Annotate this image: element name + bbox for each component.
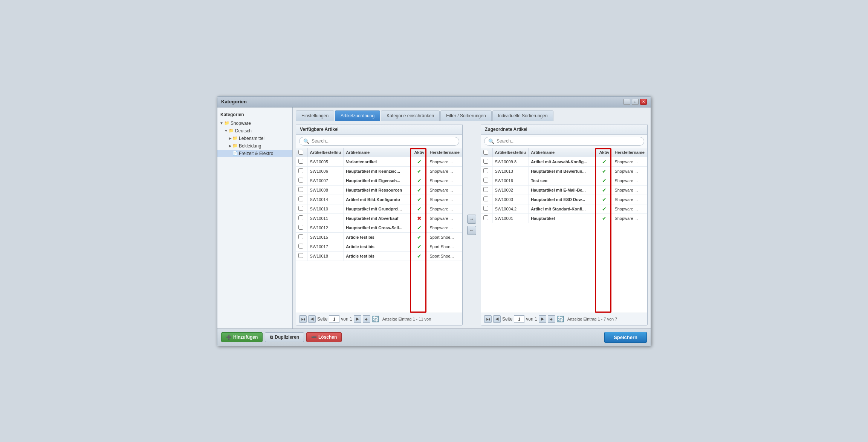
- row-checkbox[interactable]: [483, 206, 488, 211]
- row-checkbox[interactable]: [298, 187, 303, 192]
- table-row[interactable]: SW10007 Hauptartikel mit Eigensch... ✔ S…: [296, 176, 462, 185]
- duplicate-button[interactable]: ⧉ Duplizieren: [265, 332, 304, 342]
- name-cell: Variantenartikel: [344, 157, 411, 166]
- sidebar-item-shopware[interactable]: ▼ 📁 Shopware: [217, 120, 292, 127]
- tab-einstellungen[interactable]: Einstellungen: [296, 110, 334, 121]
- row-checkbox[interactable]: [298, 159, 303, 164]
- row-checkbox[interactable]: [483, 196, 488, 201]
- save-button[interactable]: Speichern: [604, 332, 647, 343]
- minimize-button[interactable]: —: [623, 99, 630, 105]
- sidebar-item-label: Bekleidung: [239, 143, 261, 149]
- check-icon: ✔: [417, 196, 422, 203]
- next-page-btn-right[interactable]: ▶: [539, 315, 546, 323]
- tab-individuelle[interactable]: Individuelle Sortierungen: [492, 110, 553, 121]
- tab-artikelzuordnung[interactable]: Artikelzuordnung: [335, 110, 380, 121]
- sidebar-item-deutsch[interactable]: ▼ 📁 Deutsch: [217, 127, 292, 135]
- name-cell: Hauptartikel mit Kennzeic...: [344, 166, 411, 176]
- hersteller-cell: Shopware ...: [427, 213, 462, 223]
- delete-label: Löschen: [318, 335, 337, 340]
- table-row[interactable]: SW10002 Hauptartikel mit E-Mail-Be... ✔ …: [481, 185, 647, 195]
- row-checkbox[interactable]: [483, 215, 488, 220]
- row-checkbox[interactable]: [298, 206, 303, 211]
- refresh-btn-left[interactable]: 🔄: [372, 315, 379, 322]
- prev-page-btn-left[interactable]: ◀: [308, 315, 316, 323]
- search-icon: 🔍: [303, 138, 309, 144]
- add-label: Hinzufügen: [233, 335, 258, 340]
- sidebar-header: Kategorien: [217, 110, 292, 120]
- last-page-btn-right[interactable]: ⏭: [548, 315, 555, 323]
- aktiv-cell: ✔: [596, 185, 612, 195]
- prev-page-btn-right[interactable]: ◀: [493, 315, 501, 323]
- aktiv-cell: ✔: [596, 195, 612, 204]
- name-cell: Article test bis: [344, 251, 411, 261]
- table-row[interactable]: SW10011 Hauptartikel mit Abverkauf ✖ Sho…: [296, 213, 462, 223]
- right-search-input[interactable]: [497, 138, 640, 144]
- table-row[interactable]: SW10001 Hauptartikel ✔ Shopware ...: [481, 213, 647, 223]
- left-search-input[interactable]: [312, 138, 455, 144]
- move-right-button[interactable]: →: [467, 215, 476, 224]
- table-row[interactable]: SW10012 Hauptartikel mit Cross-Sell... ✔…: [296, 223, 462, 232]
- row-checkbox[interactable]: [298, 234, 303, 239]
- select-all-right[interactable]: [483, 150, 488, 155]
- table-row[interactable]: SW10018 Article test bis ✔ Sport Shoe...: [296, 251, 462, 261]
- add-button[interactable]: ➕ Hinzufügen: [221, 332, 263, 342]
- sidebar-item-freizeit[interactable]: ▶ 📄 Freizeit & Elektro: [217, 150, 292, 157]
- artno-cell: SW10011: [307, 213, 344, 223]
- row-checkbox[interactable]: [483, 187, 488, 192]
- table-row[interactable]: SW10009.8 Artikel mit Auswahl-Konfig... …: [481, 157, 647, 166]
- table-row[interactable]: SW10014 Artikel mit Bild-Konfigurato ✔ S…: [296, 195, 462, 204]
- aktiv-cell: ✖: [411, 213, 427, 223]
- right-table-container: Artikelbestellnu Artikelname Aktiv Herst…: [481, 148, 647, 313]
- close-button[interactable]: ✕: [640, 99, 647, 105]
- row-checkbox[interactable]: [298, 196, 303, 201]
- table-row[interactable]: SW10017 Article test bis ✔ Sport Shoe...: [296, 242, 462, 251]
- table-row[interactable]: SW10013 Hauptartikel mit Bewertun... ✔ S…: [481, 166, 647, 176]
- expand-icon: ▼: [224, 129, 228, 133]
- select-all-left[interactable]: [298, 150, 303, 155]
- delete-button[interactable]: ➖ Löschen: [306, 332, 342, 342]
- row-checkbox[interactable]: [298, 178, 303, 183]
- first-page-btn-left[interactable]: ⏮: [299, 315, 307, 323]
- first-page-btn-right[interactable]: ⏮: [484, 315, 492, 323]
- sidebar-item-label: Deutsch: [235, 128, 252, 134]
- table-row[interactable]: SW10006 Hauptartikel mit Kennzeic... ✔ S…: [296, 166, 462, 176]
- next-page-btn-left[interactable]: ▶: [354, 315, 361, 323]
- table-row[interactable]: SW10003 Hauptartikel mit ESD Dow... ✔ Sh…: [481, 195, 647, 204]
- tab-bar: Einstellungen Artikelzuordnung Kategorie…: [296, 110, 648, 121]
- tab-filter[interactable]: Filter / Sortierungen: [440, 110, 491, 121]
- row-checkbox[interactable]: [483, 168, 488, 173]
- row-checkbox[interactable]: [483, 178, 488, 183]
- page-info-left: Anzeige Eintrag 1 - 11 von: [382, 317, 431, 321]
- hersteller-cell: Shopware ...: [612, 213, 647, 223]
- table-row[interactable]: SW10008 Hauptartikel mit Ressourcen ✔ Sh…: [296, 185, 462, 195]
- table-row[interactable]: SW10004.2 Artikel mit Standard-Konfi... …: [481, 204, 647, 213]
- name-cell: Hauptartikel mit Cross-Sell...: [344, 223, 411, 232]
- left-panel-wrapper: Verfügbare Artikel 🔍: [296, 124, 463, 325]
- table-row[interactable]: SW10010 Hauptartikel mit Grundprei... ✔ …: [296, 204, 462, 213]
- table-row[interactable]: SW10016 Test seo ✔ Shopware ...: [481, 176, 647, 185]
- name-cell: Hauptartikel mit Ressourcen: [344, 185, 411, 195]
- maximize-button[interactable]: □: [632, 99, 639, 105]
- page-input-left[interactable]: [329, 315, 339, 323]
- table-row[interactable]: SW10015 Article test bis ✔ Sport Shoe...: [296, 232, 462, 242]
- row-checkbox[interactable]: [298, 225, 303, 230]
- refresh-btn-right[interactable]: 🔄: [557, 315, 564, 322]
- row-checkbox[interactable]: [298, 168, 303, 173]
- row-checkbox[interactable]: [298, 253, 303, 258]
- move-left-button[interactable]: ←: [467, 226, 476, 235]
- tab-kategorie[interactable]: Kategorie einschränken: [381, 110, 440, 121]
- row-checkbox[interactable]: [483, 159, 488, 164]
- sidebar-item-bekleidung[interactable]: ▶ 📁 Bekleidung: [217, 142, 292, 150]
- page-input-right[interactable]: [514, 315, 524, 323]
- name-cell: Article test bis: [344, 242, 411, 251]
- last-page-btn-left[interactable]: ⏭: [363, 315, 370, 323]
- aktiv-cell: ✔: [411, 223, 427, 232]
- aktiv-cell: ✔: [411, 185, 427, 195]
- minus-icon: ➖: [311, 335, 317, 340]
- sidebar-item-lebensmittel[interactable]: ▶ 📁 Lebensmittel: [217, 135, 292, 142]
- search-icon: 🔍: [488, 138, 494, 144]
- table-row[interactable]: SW10005 Variantenartikel ✔ Shopware ...: [296, 157, 462, 166]
- row-checkbox[interactable]: [298, 244, 303, 249]
- row-checkbox[interactable]: [298, 215, 303, 220]
- von-label-left: von 1: [341, 316, 352, 322]
